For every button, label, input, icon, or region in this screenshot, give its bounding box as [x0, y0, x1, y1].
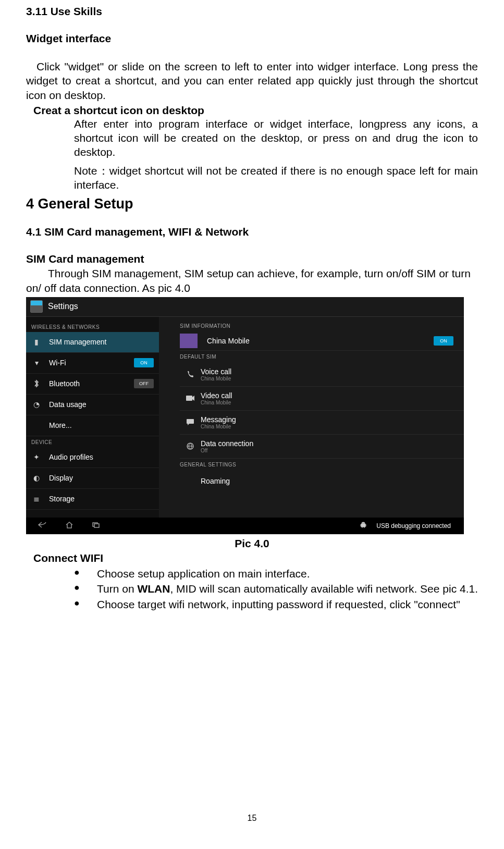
- sim-management-heading: SIM Card management: [26, 253, 478, 265]
- china-mobile-label: China Mobile: [207, 337, 434, 345]
- china-mobile-row[interactable]: China Mobile ON: [180, 332, 464, 351]
- home-icon[interactable]: [65, 521, 73, 531]
- default-sim-label: DEFAULT SIM: [180, 351, 464, 363]
- shortcut-para-1: After enter into program interface or wi…: [74, 117, 478, 159]
- voice-call-row[interactable]: Voice call China Mobile: [180, 363, 464, 387]
- messaging-sub: China Mobile: [201, 424, 236, 429]
- audio-label: Audio profiles: [49, 453, 154, 461]
- phone-icon: [180, 370, 201, 378]
- section-3-11-heading: 3.11 Use Skills: [26, 5, 478, 18]
- bullet-3: Choose target wifi network, inputting pa…: [74, 597, 478, 611]
- video-call-icon: [180, 395, 201, 402]
- settings-title: Settings: [48, 302, 78, 311]
- settings-sidebar: WIRELESS & NETWORKS ▮ SIM management ▾ W…: [26, 317, 159, 534]
- bullet-2: Turn on WLAN, MID will scan automaticall…: [74, 582, 478, 596]
- messaging-row[interactable]: Messaging China Mobile: [180, 411, 464, 435]
- audio-icon: ✦: [31, 452, 42, 462]
- voice-call-title: Voice call: [201, 367, 231, 376]
- data-usage-icon: ◔: [31, 399, 42, 410]
- recent-apps-icon[interactable]: [92, 521, 100, 531]
- connect-wifi-heading: Connect WIFI: [33, 552, 478, 564]
- sidebar-item-display[interactable]: ◐ Display: [26, 468, 159, 489]
- general-settings-label: GENERAL SETTINGS: [180, 459, 464, 471]
- shortcut-para-2: Note：widget shortcut will not be created…: [74, 164, 478, 192]
- video-call-row[interactable]: Video call China Mobile: [180, 387, 464, 411]
- sim-para: Through SIM management, SIM setup can ac…: [26, 266, 478, 295]
- device-category-label: DEVICE: [26, 436, 159, 447]
- roaming-label: Roaming: [201, 477, 230, 485]
- titlebar: Settings: [26, 297, 464, 317]
- svg-rect-0: [186, 396, 192, 401]
- sim-information-label: SIM INFORMATION: [180, 320, 464, 332]
- android-navbar: USB debugging connected: [26, 518, 464, 534]
- wifi-label: Wi-Fi: [49, 359, 134, 367]
- sidebar-item-bluetooth[interactable]: Bluetooth OFF: [26, 374, 159, 395]
- widget-para: Click "widget" or slide on the screen to…: [26, 59, 478, 102]
- voice-call-sub: China Mobile: [201, 376, 231, 382]
- storage-icon: ≣: [31, 494, 42, 504]
- svg-rect-3: [94, 524, 99, 527]
- wireless-category-label: WIRELESS & NETWORKS: [26, 321, 159, 332]
- display-icon: ◐: [31, 473, 42, 483]
- android-icon: [360, 521, 367, 530]
- bluetooth-label: Bluetooth: [49, 379, 134, 388]
- settings-detail-panel: SIM INFORMATION China Mobile ON DEFAULT …: [159, 317, 464, 534]
- wifi-icon: ▾: [31, 358, 42, 368]
- bullet-1: Choose setup application on main interfa…: [74, 567, 478, 581]
- sim-color-indicator: [180, 334, 198, 348]
- messaging-title: Messaging: [201, 415, 236, 424]
- data-conn-sub: Off: [201, 448, 253, 453]
- shortcut-heading: Creat a shortcut icon on desktop: [33, 104, 478, 117]
- bluetooth-icon: [31, 378, 42, 389]
- sidebar-item-wifi[interactable]: ▾ Wi-Fi ON: [26, 353, 159, 374]
- data-conn-title: Data connection: [201, 439, 253, 448]
- usb-notification[interactable]: USB debugging connected: [360, 521, 451, 530]
- data-connection-row[interactable]: Data connection Off: [180, 435, 464, 459]
- sidebar-item-more[interactable]: More...: [26, 415, 159, 436]
- figure-caption: Pic 4.0: [26, 537, 478, 550]
- roaming-row[interactable]: Roaming: [180, 471, 464, 491]
- more-label: More...: [49, 421, 154, 429]
- sidebar-item-storage[interactable]: ≣ Storage: [26, 489, 159, 510]
- bluetooth-toggle[interactable]: OFF: [134, 379, 154, 388]
- sidebar-item-data-usage[interactable]: ◔ Data usage: [26, 395, 159, 415]
- storage-label: Storage: [49, 495, 154, 503]
- sidebar-item-audio[interactable]: ✦ Audio profiles: [26, 447, 159, 468]
- section-4-1-heading: 4.1 SIM Card management, WIFI & Network: [26, 226, 478, 238]
- sidebar-item-sim-management[interactable]: ▮ SIM management: [26, 332, 159, 353]
- sim-label: SIM management: [49, 338, 154, 346]
- china-mobile-toggle[interactable]: ON: [434, 336, 453, 346]
- android-settings-screenshot: Settings WIRELESS & NETWORKS ▮ SIM manag…: [26, 297, 464, 534]
- sim-icon: ▮: [31, 337, 42, 347]
- video-call-sub: China Mobile: [201, 400, 232, 405]
- display-label: Display: [49, 474, 154, 482]
- widget-interface-heading: Widget interface: [26, 32, 478, 45]
- back-icon[interactable]: [38, 521, 47, 531]
- settings-icon: [30, 300, 43, 313]
- usb-text: USB debugging connected: [376, 522, 451, 530]
- globe-icon: [180, 442, 201, 450]
- page-number: 15: [0, 814, 504, 823]
- wifi-toggle[interactable]: ON: [134, 358, 154, 367]
- messaging-icon: [180, 419, 201, 426]
- video-call-title: Video call: [201, 391, 232, 400]
- section-4-heading: 4 General Setup: [26, 196, 478, 212]
- data-usage-label: Data usage: [49, 400, 154, 409]
